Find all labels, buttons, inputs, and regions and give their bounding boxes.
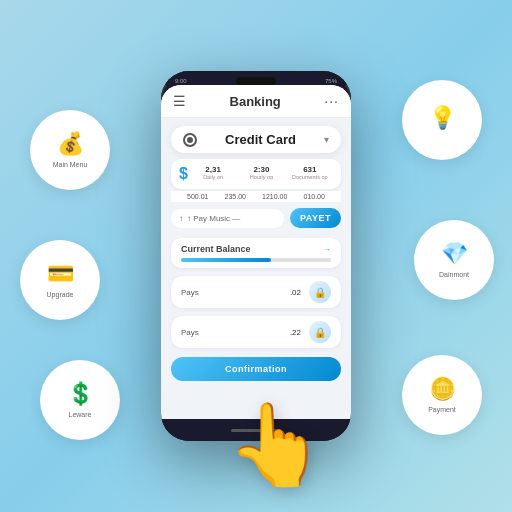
- payment-2-label: Pays: [181, 328, 282, 337]
- stat-daily: 2,31 Daily on: [190, 165, 236, 180]
- payment-2-icon: 🔒: [309, 321, 331, 343]
- payment-2-amount: .22: [290, 328, 301, 337]
- radio-dot: [183, 133, 197, 147]
- payment-1-icon: 🔒: [309, 281, 331, 303]
- app-title: Banking: [230, 94, 281, 109]
- stats-row: $ 2,31 Daily on 2:30 Hourly op 631 Docum…: [171, 159, 341, 189]
- status-battery: 75%: [325, 78, 337, 84]
- num-1: 500.01: [187, 193, 208, 200]
- progress-bar-bg: [181, 258, 331, 262]
- status-bar: 9:00 75%: [161, 71, 351, 85]
- payment-item-2[interactable]: Pays .22 🔒: [171, 316, 341, 348]
- pay-music-label: ↑ ↑ Pay Music —: [171, 209, 284, 228]
- stat-docs-value: 631: [287, 165, 333, 174]
- stats-numbers: 500.01 235.00 1210.00 010.00: [171, 191, 341, 202]
- feature-diamond-label: Dainmont: [439, 271, 469, 279]
- card-selector[interactable]: Credit Card ▾: [171, 126, 341, 153]
- balance-arrow: →: [323, 245, 331, 254]
- payment-item-1[interactable]: Pays .02 🔒: [171, 276, 341, 308]
- num-4: 010.00: [303, 193, 324, 200]
- feature-upgrade[interactable]: 💳 Upgrade: [20, 240, 100, 320]
- balance-title: Current Balance: [181, 244, 251, 254]
- num-2: 235.00: [225, 193, 246, 200]
- feature-main-menu-label: Main Menu: [53, 161, 88, 169]
- transfer-icon: 💲: [67, 381, 94, 407]
- feature-payment[interactable]: 🪙 Payment: [402, 355, 482, 435]
- confirm-button[interactable]: Confirmation: [171, 357, 341, 381]
- lock2-icon: 🔒: [314, 327, 326, 338]
- stat-hourly-value: 2:30: [238, 165, 284, 174]
- payment-1-amount: .02: [290, 288, 301, 297]
- lock-icon: 🔒: [314, 287, 326, 298]
- num-3: 1210.00: [262, 193, 287, 200]
- feature-transfer[interactable]: 💲 Leware: [40, 360, 120, 440]
- pay-music-text: ↑ Pay Music —: [187, 214, 240, 223]
- phone-bottom-bar: [161, 419, 351, 441]
- dollar-icon: $: [179, 165, 188, 183]
- phone-screen: ☰ Banking ··· Credit Card ▾ $ 2,31 Daily…: [161, 85, 351, 419]
- feature-upgrade-label: Upgrade: [47, 291, 74, 299]
- hamburger-icon[interactable]: ☰: [173, 93, 186, 109]
- stat-daily-value: 2,31: [190, 165, 236, 174]
- balance-section: Current Balance →: [171, 238, 341, 268]
- stat-docs: 631 Documents op: [287, 165, 333, 180]
- diamond-icon: 💎: [441, 241, 468, 267]
- feature-main-menu[interactable]: 💰 Main Menu: [30, 110, 110, 190]
- stat-hourly-title: Hourly op: [238, 174, 284, 180]
- up-arrow-icon: ↑: [179, 214, 183, 223]
- more-options-icon[interactable]: ···: [324, 93, 339, 109]
- phone-device: 9:00 75% ☰ Banking ··· Credit Card ▾ $ 2…: [161, 71, 351, 441]
- stat-hourly: 2:30 Hourly op: [238, 165, 284, 180]
- feature-diamond[interactable]: 💎 Dainmont: [414, 220, 494, 300]
- payet-button[interactable]: PAYET: [290, 208, 341, 228]
- notch-pill: [236, 77, 276, 85]
- status-time: 9:00: [175, 78, 187, 84]
- payment-1-label: Pays: [181, 288, 282, 297]
- action-row: ↑ ↑ Pay Music — PAYET: [171, 208, 341, 228]
- feature-idea[interactable]: 💡: [402, 80, 482, 160]
- feature-payment-label: Payment: [428, 406, 456, 414]
- home-bar: [231, 429, 281, 432]
- stat-docs-title: Documents op: [287, 174, 333, 180]
- stat-daily-title: Daily on: [190, 174, 236, 180]
- balance-header: Current Balance →: [181, 244, 331, 254]
- chevron-down-icon: ▾: [324, 134, 329, 145]
- card-icon: 💳: [47, 261, 74, 287]
- top-bar: ☰ Banking ···: [161, 85, 351, 118]
- payment-icon: 🪙: [429, 376, 456, 402]
- coins-icon: 💰: [57, 131, 84, 157]
- card-label: Credit Card: [225, 132, 296, 147]
- progress-bar-fill: [181, 258, 271, 262]
- bulb-icon: 💡: [429, 105, 456, 131]
- feature-transfer-label: Leware: [69, 411, 92, 419]
